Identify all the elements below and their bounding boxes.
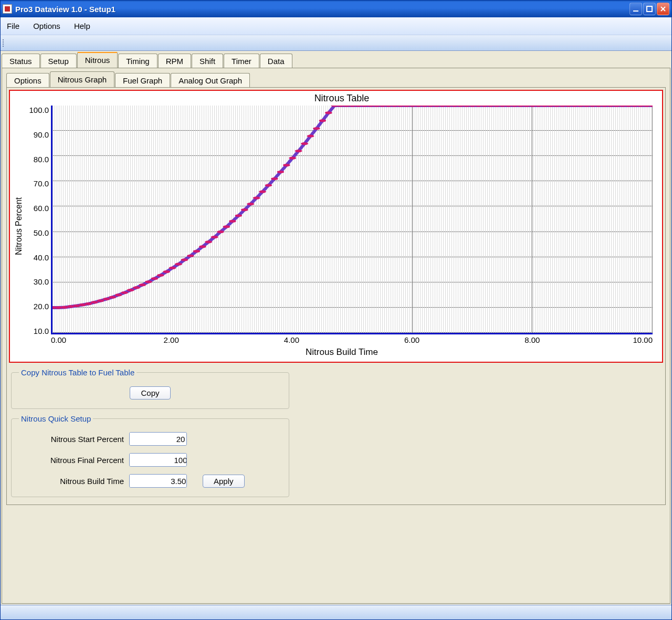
svg-point-31 [211,236,218,238]
svg-point-29 [199,245,206,248]
svg-point-34 [229,220,236,223]
quick-setup-groupbox: Nitrous Quick Setup Nitrous Start Percen… [11,414,289,497]
app-window: Pro3 Dataview 1.0 - Setup1 File Options … [0,0,672,620]
main-tabs: Status Setup Nitrous Timing RPM Shift Ti… [1,51,671,68]
app-icon [3,4,12,14]
svg-point-36 [241,208,248,211]
svg-point-26 [181,258,188,261]
svg-rect-1 [647,6,652,12]
svg-point-39 [259,190,266,193]
chart-x-ticks: 0.00 2.00 4.00 6.00 8.00 10.00 [51,335,653,347]
chart-y-ticks: 100.0 90.0 80.0 70.0 60.0 50.0 40.0 30.0… [25,106,51,335]
sub-tabs: Options Nitrous Graph Fuel Graph Analog … [6,71,666,87]
subtab-nitrous-graph[interactable]: Nitrous Graph [50,71,114,87]
tab-nitrous[interactable]: Nitrous [77,52,118,68]
svg-point-27 [187,255,194,257]
final-percent-label: Nitrous Final Percent [19,456,124,465]
quick-setup-legend: Nitrous Quick Setup [19,414,93,423]
status-bar [1,605,671,619]
svg-point-35 [235,214,242,217]
svg-point-14 [109,296,116,299]
chart-y-label: Nitrous Percent [13,93,25,360]
maximize-button[interactable] [643,3,656,15]
start-percent-spinner[interactable]: ▲▼ [129,432,187,446]
chart-plot-area[interactable] [51,106,653,334]
svg-point-16 [121,291,128,294]
svg-point-17 [127,289,134,291]
menu-options[interactable]: Options [33,22,60,30]
svg-point-48 [313,127,320,130]
svg-point-28 [193,250,200,253]
tab-timing[interactable]: Timing [118,54,157,68]
final-percent-spinner[interactable]: ▲▼ [129,453,187,467]
svg-point-23 [163,270,170,273]
toolbar-grip[interactable] [3,39,4,47]
close-button[interactable] [657,3,669,15]
svg-point-46 [301,142,308,145]
apply-button[interactable]: Apply [203,475,245,488]
tab-timer[interactable]: Timer [224,54,259,68]
svg-point-45 [295,150,302,152]
build-time-label: Nitrous Build Time [19,477,124,486]
start-percent-label: Nitrous Start Percent [19,435,124,444]
menu-bar: File Options Help [1,17,671,35]
svg-point-13 [103,298,110,300]
tab-setup[interactable]: Setup [40,54,77,68]
start-percent-input[interactable] [130,433,187,445]
sub-content: Nitrous Percent Nitrous Table 100.0 90.0… [6,87,666,505]
chart-x-label: Nitrous Build Time [25,347,659,360]
svg-point-24 [169,267,176,269]
tab-data[interactable]: Data [260,54,292,68]
build-time-spinner[interactable]: ▲▼ [129,474,187,488]
svg-point-44 [289,156,296,159]
tab-status[interactable]: Status [2,54,40,68]
toolbar [1,35,671,51]
svg-point-32 [217,230,224,233]
copy-legend: Copy Nitrous Table to Fuel Table [19,368,136,377]
tab-shift[interactable]: Shift [192,54,223,68]
svg-point-40 [265,184,272,186]
title-bar[interactable]: Pro3 Dataview 1.0 - Setup1 [1,1,671,17]
window-title: Pro3 Dataview 1.0 - Setup1 [15,5,629,14]
svg-point-11 [91,301,98,303]
svg-point-19 [139,283,146,286]
svg-point-22 [157,274,164,277]
svg-point-30 [205,240,212,243]
svg-point-42 [277,171,284,173]
subtab-analog-out-graph[interactable]: Analog Out Graph [171,73,250,87]
copy-button[interactable]: Copy [130,386,170,400]
svg-point-25 [175,263,182,266]
final-percent-input[interactable] [130,454,187,466]
chart-title: Nitrous Table [25,93,659,106]
main-content: Options Nitrous Graph Fuel Graph Analog … [2,68,670,604]
svg-point-49 [319,119,326,122]
menu-help[interactable]: Help [74,22,90,30]
copy-groupbox: Copy Nitrous Table to Fuel Table Copy [11,368,289,409]
subtab-options[interactable]: Options [6,73,49,87]
svg-point-38 [253,196,260,199]
nitrous-chart[interactable]: Nitrous Percent Nitrous Table 100.0 90.0… [9,90,663,363]
svg-point-15 [115,293,122,296]
svg-point-43 [283,164,290,166]
svg-point-41 [271,177,278,180]
svg-point-18 [133,286,140,289]
menu-file[interactable]: File [7,22,19,30]
svg-point-33 [223,225,230,228]
svg-point-47 [307,135,314,138]
svg-point-21 [151,277,158,280]
svg-point-50 [325,111,332,114]
svg-point-12 [97,299,104,302]
svg-rect-0 [633,10,638,12]
subtab-fuel-graph[interactable]: Fuel Graph [115,73,170,87]
svg-point-37 [247,203,254,205]
minimize-button[interactable] [629,3,642,15]
svg-point-20 [145,280,152,283]
svg-point-10 [85,302,92,305]
build-time-input[interactable] [130,475,187,487]
tab-rpm[interactable]: RPM [158,54,191,68]
